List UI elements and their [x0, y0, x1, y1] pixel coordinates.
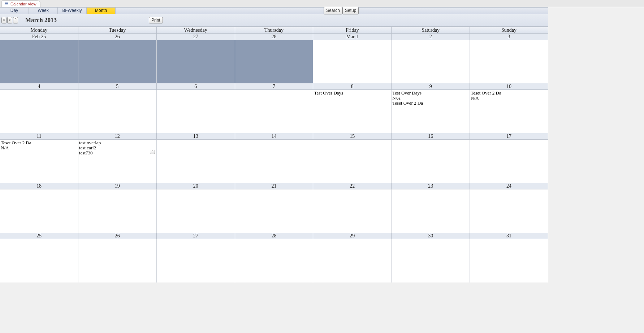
date-header-cell[interactable]: 19 [78, 183, 157, 189]
date-header-cell[interactable]: 6 [157, 83, 235, 90]
date-header-cell[interactable]: 27 [157, 34, 235, 40]
date-header-cell[interactable]: 13 [157, 133, 235, 140]
event-item[interactable]: Teset Over 2 Da [471, 91, 547, 96]
day-cell[interactable] [157, 189, 235, 233]
date-header-cell[interactable]: 12 [78, 133, 157, 140]
day-cell[interactable] [313, 40, 392, 83]
date-header-cell[interactable]: 23 [392, 183, 470, 189]
date-header-cell[interactable]: 11 [0, 133, 78, 140]
date-header-cell[interactable]: 4 [0, 83, 78, 90]
view-tab-week[interactable]: Week [29, 8, 58, 14]
day-cell[interactable] [78, 239, 157, 282]
right-gutter [548, 7, 644, 333]
date-header-cell[interactable]: 26 [78, 233, 157, 239]
date-header-cell[interactable]: 20 [157, 183, 235, 189]
day-cell[interactable] [392, 239, 470, 282]
document-tab-label: Calendar View [10, 2, 36, 6]
day-cell[interactable] [0, 189, 78, 233]
day-cell[interactable] [470, 40, 548, 83]
search-button[interactable]: Search [324, 7, 342, 14]
day-cell[interactable] [392, 189, 470, 233]
day-cell[interactable] [235, 140, 314, 183]
next-month-button[interactable]: > [7, 17, 12, 23]
date-header-cell[interactable]: 30 [392, 233, 470, 239]
event-item[interactable]: Teset Over 2 Da [392, 101, 469, 106]
day-cell[interactable] [470, 140, 548, 183]
print-button[interactable]: Print [149, 17, 163, 23]
day-cell[interactable] [313, 189, 392, 233]
date-header-cell[interactable]: 10 [470, 83, 548, 90]
date-header-cell[interactable]: 26 [78, 34, 157, 40]
day-cell[interactable] [470, 189, 548, 233]
date-header-cell[interactable]: 25 [0, 233, 78, 239]
date-header-cell[interactable]: 14 [235, 133, 314, 140]
event-item[interactable]: N/A [471, 96, 547, 101]
date-header-cell[interactable]: 28 [235, 233, 314, 239]
day-cell[interactable] [0, 40, 78, 83]
event-item[interactable]: N/A [392, 96, 469, 101]
day-cell[interactable] [235, 189, 314, 233]
view-tab-biweekly[interactable]: Bi-Weekly [58, 8, 87, 14]
day-header: Sunday [470, 27, 548, 34]
day-cell[interactable]: Test Over Days [313, 90, 392, 133]
date-header-cell[interactable]: 7 [235, 83, 314, 90]
event-item[interactable]: test730 [79, 150, 156, 155]
day-cell[interactable] [78, 40, 157, 83]
date-header-cell[interactable]: 2 [392, 34, 470, 40]
day-cell[interactable] [157, 239, 235, 282]
date-header-cell[interactable]: 31 [470, 233, 548, 239]
day-cell[interactable]: Test Over DaysN/ATeset Over 2 Da [392, 90, 470, 133]
setup-button[interactable]: Setup [342, 7, 359, 14]
app-window: Calendar View Day Week Bi-Weekly Month S… [0, 0, 644, 333]
date-header-cell[interactable]: 18 [0, 183, 78, 189]
day-cell[interactable]: Teset Over 2 DaN/A [0, 140, 78, 183]
date-header-cell[interactable]: 24 [470, 183, 548, 189]
date-header-cell[interactable]: Mar 1 [313, 34, 392, 40]
date-header-cell[interactable]: 9 [392, 83, 470, 90]
day-cell[interactable] [235, 90, 314, 133]
day-cell[interactable] [235, 40, 314, 83]
date-header-cell[interactable]: 15 [313, 133, 392, 140]
date-header-cell[interactable]: 28 [235, 34, 314, 40]
view-tab-month[interactable]: Month [87, 8, 116, 14]
event-item[interactable]: N/A [1, 145, 77, 150]
day-cell[interactable] [392, 40, 470, 83]
date-header-cell[interactable]: 3 [470, 34, 548, 40]
document-tab-calendar-view[interactable]: Calendar View [1, 0, 41, 7]
date-header-cell[interactable]: Feb 25 [0, 34, 78, 40]
date-header-cell[interactable]: 8 [313, 83, 392, 90]
today-button[interactable]: ^ [13, 17, 18, 23]
week-row [0, 239, 548, 282]
date-header-cell[interactable]: 27 [157, 233, 235, 239]
day-cell[interactable] [157, 40, 235, 83]
day-cell[interactable] [470, 239, 548, 282]
day-cell[interactable] [157, 90, 235, 133]
event-item[interactable]: test overlap [79, 140, 156, 145]
day-cell[interactable]: Teset Over 2 DaN/A [470, 90, 548, 133]
day-cell[interactable]: test overlaptest earl2test730˄ [78, 140, 157, 183]
day-cell[interactable] [78, 90, 157, 133]
event-item[interactable]: Teset Over 2 Da [1, 140, 77, 145]
day-header: Tuesday [78, 27, 157, 34]
expand-day-button[interactable]: ˄ [150, 150, 155, 154]
day-cell[interactable] [0, 90, 78, 133]
day-cell[interactable] [313, 239, 392, 282]
date-header-cell[interactable]: 29 [313, 233, 392, 239]
day-cell[interactable] [78, 189, 157, 233]
event-item[interactable]: Test Over Days [314, 91, 390, 96]
date-header-cell[interactable]: 5 [78, 83, 157, 90]
date-header-cell[interactable]: 21 [235, 183, 314, 189]
day-cell[interactable] [0, 239, 78, 282]
day-cell[interactable] [235, 239, 314, 282]
day-cell[interactable] [157, 140, 235, 183]
view-mode-tabs: Day Week Bi-Weekly Month Search Setup [0, 7, 548, 14]
date-header-cell[interactable]: 16 [392, 133, 470, 140]
date-header-cell[interactable]: 17 [470, 133, 548, 140]
event-item[interactable]: Test Over Days [392, 91, 469, 96]
day-cell[interactable] [313, 140, 392, 183]
date-header-cell[interactable]: 22 [313, 183, 392, 189]
prev-month-button[interactable]: < [1, 17, 7, 23]
day-cell[interactable] [392, 140, 470, 183]
event-item[interactable]: test earl2 [79, 145, 156, 150]
view-tab-day[interactable]: Day [0, 8, 29, 14]
